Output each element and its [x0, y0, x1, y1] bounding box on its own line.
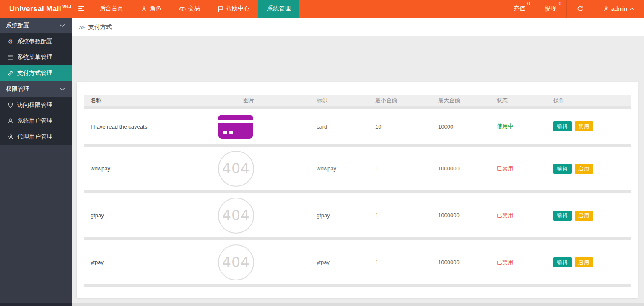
sidebar-toggle-button[interactable]: [72, 0, 91, 18]
nav-item-home[interactable]: 后台首页: [91, 0, 132, 18]
payment-name: wowpay: [84, 165, 218, 172]
image-404-placeholder: 404: [218, 198, 254, 234]
nav-item-label: 后台首页: [100, 5, 123, 13]
app-version: V8.3: [62, 4, 71, 9]
row-separator: [84, 144, 631, 147]
content-area: 名称 图片 标识 最小金额 最大金额 状态 操作 I have read the…: [72, 37, 644, 298]
user-icon: [7, 118, 14, 124]
gear-icon: ⚙: [7, 38, 14, 45]
sidebar-section-system-config[interactable]: 系统配置: [0, 18, 72, 33]
withdraw-label: 提现: [545, 5, 557, 13]
sidebar-item-system-menu[interactable]: 系统菜单管理: [0, 49, 72, 65]
payment-name: gtpay: [84, 212, 218, 219]
column-header-actions: 操作: [547, 97, 631, 104]
edit-button[interactable]: 编辑: [553, 164, 572, 174]
sidebar-item-label: 访问权限管理: [17, 101, 52, 109]
payment-methods-card: 名称 图片 标识 最小金额 最大金额 状态 操作 I have read the…: [77, 82, 638, 298]
nav-item-help-center[interactable]: 帮助中心: [209, 0, 258, 18]
recharge-label: 充值: [514, 5, 525, 13]
placeholder-text: 404: [222, 207, 250, 224]
user-menu[interactable]: admin: [593, 0, 644, 18]
column-header-image: 图片: [218, 97, 310, 104]
row-separator: [84, 106, 631, 109]
status-badge: 已禁用: [497, 165, 513, 172]
user-icon: [141, 6, 147, 12]
main-content: ≫ 支付方式 名称 图片 标识 最小金额 最大金额 状态 操作 I have r…: [72, 18, 644, 303]
flag-icon: [218, 6, 223, 12]
payment-max-amount: 10000: [431, 123, 490, 130]
edit-button[interactable]: 编辑: [553, 257, 572, 267]
chevron-down-icon: [60, 87, 65, 91]
column-header-min: 最小金额: [369, 97, 431, 104]
payment-tag: gtpay: [310, 212, 369, 219]
hamburger-icon: [78, 6, 84, 11]
sidebar-item-agent-users[interactable]: 代理用户管理: [0, 129, 72, 145]
user-icon: [603, 6, 609, 12]
enable-button[interactable]: 启用: [575, 164, 593, 174]
chevron-down-icon: [60, 24, 65, 27]
table-row: wowpay 404 wowpay 1 1000000 已禁用 编辑 启用: [84, 147, 631, 190]
nav-item-system-management[interactable]: 系统管理: [258, 0, 299, 18]
payment-tag: card: [310, 123, 369, 130]
column-header-max: 最大金额: [431, 97, 490, 104]
payment-max-amount: 1000000: [431, 212, 490, 219]
sidebar-item-label: 系统菜单管理: [17, 54, 52, 61]
app-logo[interactable]: Universal Mall V8.3: [0, 0, 72, 18]
column-header-name: 名称: [84, 97, 218, 104]
payment-name: ytpay: [84, 259, 218, 265]
nav-item-label: 交易: [188, 5, 200, 13]
recharge-menu-item[interactable]: 充值 0: [504, 0, 535, 18]
row-separator: [84, 190, 631, 193]
refresh-button[interactable]: [566, 0, 593, 18]
scales-icon: [179, 6, 186, 12]
payment-max-amount: 1000000: [431, 165, 490, 172]
agent-user-icon: [7, 134, 14, 140]
sidebar-section-label: 系统配置: [6, 22, 29, 29]
disable-button[interactable]: 禁用: [575, 121, 593, 131]
sidebar-item-label: 系统用户管理: [17, 117, 52, 125]
table-row: gtpay 404 gtpay 1 1000000 已禁用 编辑 启用: [84, 193, 631, 237]
chevron-up-icon: [629, 7, 634, 10]
refresh-icon: [576, 5, 583, 12]
nav-item-label: 帮助中心: [226, 5, 249, 13]
horizontal-scrollbar[interactable]: [0, 303, 644, 306]
sidebar: 系统配置 ⚙ 系统参数配置 系统菜单管理 支付方式管理 权限管理: [0, 18, 72, 303]
sidebar-item-label: 支付方式管理: [17, 69, 52, 77]
sidebar-item-access-permissions[interactable]: 访问权限管理: [0, 97, 72, 113]
sidebar-item-label: 代理用户管理: [17, 133, 52, 141]
table-header-row: 名称 图片 标识 最小金额 最大金额 状态 操作: [84, 95, 631, 106]
edit-button[interactable]: 编辑: [553, 121, 572, 131]
edit-button[interactable]: 编辑: [553, 211, 572, 221]
breadcrumb-arrows-icon: ≫: [78, 23, 85, 31]
username: admin: [611, 5, 627, 12]
withdraw-count-badge: 0: [559, 1, 561, 6]
breadcrumb: ≫ 支付方式: [72, 18, 644, 37]
nav-item-roles[interactable]: 角色: [132, 0, 170, 18]
placeholder-text: 404: [222, 254, 250, 270]
sidebar-item-system-users[interactable]: 系统用户管理: [0, 113, 72, 129]
payment-min-amount: 1: [369, 212, 431, 219]
shield-check-icon: [7, 102, 14, 108]
row-separator: [84, 237, 631, 240]
recharge-count-badge: 0: [527, 1, 530, 6]
sidebar-item-system-params[interactable]: ⚙ 系统参数配置: [0, 33, 72, 49]
app-title: Universal Mall: [9, 5, 61, 13]
sidebar-section-permissions[interactable]: 权限管理: [0, 81, 72, 97]
table-row: ytpay 404 ytpay 1 1000000 已禁用 编辑 启用: [84, 240, 631, 284]
link-icon: [7, 70, 14, 76]
nav-item-label: 系统管理: [267, 5, 291, 13]
withdraw-menu-item[interactable]: 提现 0: [535, 0, 566, 18]
status-badge: 已禁用: [497, 259, 513, 265]
nav-item-transactions[interactable]: 交易: [170, 0, 209, 18]
table-row: I have read the caveats. card 10 10000: [84, 109, 631, 144]
column-header-tag: 标识: [310, 97, 369, 104]
enable-button[interactable]: 启用: [575, 211, 593, 221]
image-404-placeholder: 404: [218, 244, 254, 280]
payment-name: I have read the caveats.: [84, 123, 218, 130]
breadcrumb-current: 支付方式: [88, 23, 112, 31]
topbar: Universal Mall V8.3 后台首页 角色 交易: [0, 0, 644, 18]
sidebar-item-payment-methods[interactable]: 支付方式管理: [0, 65, 72, 81]
enable-button[interactable]: 启用: [575, 257, 593, 267]
topbar-actions: 充值 0 提现 0 admin: [504, 0, 644, 18]
scrollbar-thumb[interactable]: [0, 303, 72, 306]
